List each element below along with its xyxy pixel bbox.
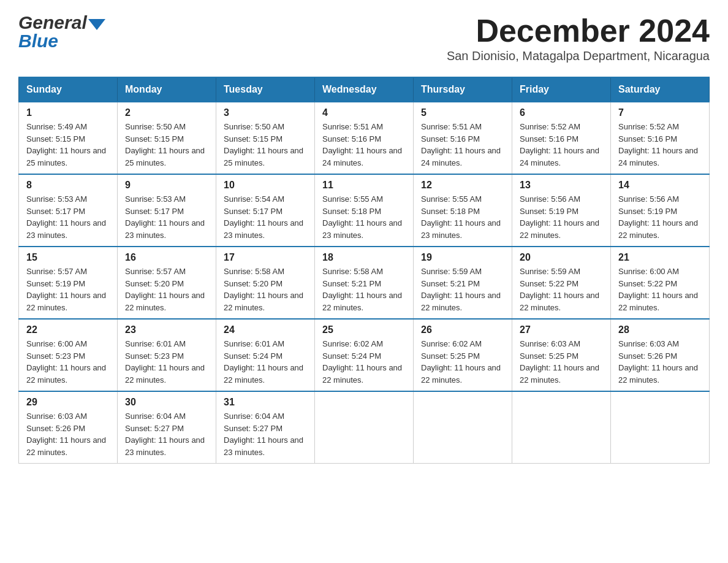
- day-number: 1: [26, 107, 110, 118]
- day-info: Sunrise: 5:53 AM Sunset: 5:17 PM Dayligh…: [125, 193, 208, 241]
- day-info: Sunrise: 5:54 AM Sunset: 5:17 PM Dayligh…: [224, 193, 307, 241]
- day-number: 5: [421, 107, 504, 118]
- day-info: Sunrise: 5:57 AM Sunset: 5:20 PM Dayligh…: [125, 266, 208, 313]
- table-row: 26 Sunrise: 6:02 AM Sunset: 5:25 PM Dayl…: [414, 319, 512, 391]
- day-number: 7: [618, 107, 702, 118]
- day-info: Sunrise: 5:56 AM Sunset: 5:19 PM Dayligh…: [520, 193, 603, 241]
- day-info: Sunrise: 6:01 AM Sunset: 5:23 PM Dayligh…: [125, 338, 208, 386]
- table-row: [512, 391, 611, 464]
- table-row: 11 Sunrise: 5:55 AM Sunset: 5:18 PM Dayl…: [315, 174, 414, 247]
- day-info: Sunrise: 5:50 AM Sunset: 5:15 PM Dayligh…: [125, 121, 208, 169]
- day-info: Sunrise: 5:57 AM Sunset: 5:19 PM Dayligh…: [26, 266, 110, 313]
- day-info: Sunrise: 5:50 AM Sunset: 5:15 PM Dayligh…: [224, 121, 307, 169]
- table-row: 12 Sunrise: 5:55 AM Sunset: 5:18 PM Dayl…: [414, 174, 512, 247]
- day-number: 21: [618, 252, 702, 263]
- day-info: Sunrise: 5:51 AM Sunset: 5:16 PM Dayligh…: [421, 121, 504, 169]
- col-thursday: Thursday: [414, 77, 512, 102]
- month-title: December 2024: [447, 12, 710, 49]
- table-row: 17 Sunrise: 5:58 AM Sunset: 5:20 PM Dayl…: [216, 247, 315, 319]
- day-number: 25: [322, 324, 406, 335]
- day-number: 27: [520, 324, 603, 335]
- day-number: 28: [618, 324, 702, 335]
- col-sunday: Sunday: [19, 77, 118, 102]
- table-row: 28 Sunrise: 6:03 AM Sunset: 5:26 PM Dayl…: [611, 319, 710, 391]
- table-row: 25 Sunrise: 6:02 AM Sunset: 5:24 PM Dayl…: [315, 319, 414, 391]
- table-row: 27 Sunrise: 6:03 AM Sunset: 5:25 PM Dayl…: [512, 319, 611, 391]
- table-row: 3 Sunrise: 5:50 AM Sunset: 5:15 PM Dayli…: [216, 102, 315, 174]
- table-row: 1 Sunrise: 5:49 AM Sunset: 5:15 PM Dayli…: [19, 102, 118, 174]
- day-number: 2: [125, 107, 208, 118]
- table-row: 6 Sunrise: 5:52 AM Sunset: 5:16 PM Dayli…: [512, 102, 611, 174]
- calendar-week-row: 1 Sunrise: 5:49 AM Sunset: 5:15 PM Dayli…: [19, 102, 710, 174]
- table-row: 20 Sunrise: 5:59 AM Sunset: 5:22 PM Dayl…: [512, 247, 611, 319]
- logo-general-text: General: [18, 12, 87, 33]
- day-number: 9: [125, 180, 208, 191]
- calendar-week-row: 15 Sunrise: 5:57 AM Sunset: 5:19 PM Dayl…: [19, 247, 710, 319]
- logo: General Blue: [18, 12, 105, 52]
- day-number: 29: [26, 397, 110, 408]
- day-number: 23: [125, 324, 208, 335]
- page-header: General Blue December 2024 San Dionisio,…: [18, 12, 710, 72]
- table-row: 15 Sunrise: 5:57 AM Sunset: 5:19 PM Dayl…: [19, 247, 118, 319]
- calendar-table: Sunday Monday Tuesday Wednesday Thursday…: [18, 77, 710, 464]
- day-number: 19: [421, 252, 504, 263]
- day-number: 13: [520, 180, 603, 191]
- table-row: 30 Sunrise: 6:04 AM Sunset: 5:27 PM Dayl…: [118, 391, 216, 464]
- day-info: Sunrise: 5:58 AM Sunset: 5:20 PM Dayligh…: [224, 266, 307, 313]
- day-info: Sunrise: 5:58 AM Sunset: 5:21 PM Dayligh…: [322, 266, 406, 313]
- day-info: Sunrise: 5:55 AM Sunset: 5:18 PM Dayligh…: [322, 193, 406, 241]
- day-info: Sunrise: 6:03 AM Sunset: 5:26 PM Dayligh…: [618, 338, 702, 386]
- day-info: Sunrise: 5:49 AM Sunset: 5:15 PM Dayligh…: [26, 121, 110, 169]
- table-row: 4 Sunrise: 5:51 AM Sunset: 5:16 PM Dayli…: [315, 102, 414, 174]
- logo-blue-text: Blue: [18, 31, 105, 52]
- day-number: 4: [322, 107, 406, 118]
- col-wednesday: Wednesday: [315, 77, 414, 102]
- table-row: 13 Sunrise: 5:56 AM Sunset: 5:19 PM Dayl…: [512, 174, 611, 247]
- calendar-week-row: 29 Sunrise: 6:03 AM Sunset: 5:26 PM Dayl…: [19, 391, 710, 464]
- location-subtitle: San Dionisio, Matagalpa Department, Nica…: [447, 49, 710, 63]
- day-info: Sunrise: 6:00 AM Sunset: 5:23 PM Dayligh…: [26, 338, 110, 386]
- calendar-week-row: 22 Sunrise: 6:00 AM Sunset: 5:23 PM Dayl…: [19, 319, 710, 391]
- day-info: Sunrise: 5:59 AM Sunset: 5:22 PM Dayligh…: [520, 266, 603, 313]
- logo-arrow-icon: [88, 19, 105, 30]
- table-row: 18 Sunrise: 5:58 AM Sunset: 5:21 PM Dayl…: [315, 247, 414, 319]
- table-row: 14 Sunrise: 5:56 AM Sunset: 5:19 PM Dayl…: [611, 174, 710, 247]
- day-number: 18: [322, 252, 406, 263]
- col-saturday: Saturday: [611, 77, 710, 102]
- day-info: Sunrise: 6:00 AM Sunset: 5:22 PM Dayligh…: [618, 266, 702, 313]
- day-number: 15: [26, 252, 110, 263]
- day-info: Sunrise: 6:03 AM Sunset: 5:26 PM Dayligh…: [26, 410, 110, 458]
- table-row: 23 Sunrise: 6:01 AM Sunset: 5:23 PM Dayl…: [118, 319, 216, 391]
- day-number: 6: [520, 107, 603, 118]
- table-row: [611, 391, 710, 464]
- day-number: 22: [26, 324, 110, 335]
- table-row: 29 Sunrise: 6:03 AM Sunset: 5:26 PM Dayl…: [19, 391, 118, 464]
- table-row: 19 Sunrise: 5:59 AM Sunset: 5:21 PM Dayl…: [414, 247, 512, 319]
- day-info: Sunrise: 5:52 AM Sunset: 5:16 PM Dayligh…: [618, 121, 702, 169]
- table-row: 2 Sunrise: 5:50 AM Sunset: 5:15 PM Dayli…: [118, 102, 216, 174]
- table-row: 8 Sunrise: 5:53 AM Sunset: 5:17 PM Dayli…: [19, 174, 118, 247]
- table-row: 31 Sunrise: 6:04 AM Sunset: 5:27 PM Dayl…: [216, 391, 315, 464]
- col-tuesday: Tuesday: [216, 77, 315, 102]
- day-info: Sunrise: 5:55 AM Sunset: 5:18 PM Dayligh…: [421, 193, 504, 241]
- table-row: 5 Sunrise: 5:51 AM Sunset: 5:16 PM Dayli…: [414, 102, 512, 174]
- day-number: 17: [224, 252, 307, 263]
- table-row: 24 Sunrise: 6:01 AM Sunset: 5:24 PM Dayl…: [216, 319, 315, 391]
- day-number: 16: [125, 252, 208, 263]
- day-info: Sunrise: 5:53 AM Sunset: 5:17 PM Dayligh…: [26, 193, 110, 241]
- table-row: [414, 391, 512, 464]
- table-row: 22 Sunrise: 6:00 AM Sunset: 5:23 PM Dayl…: [19, 319, 118, 391]
- day-number: 11: [322, 180, 406, 191]
- day-number: 26: [421, 324, 504, 335]
- day-number: 20: [520, 252, 603, 263]
- day-info: Sunrise: 5:56 AM Sunset: 5:19 PM Dayligh…: [618, 193, 702, 241]
- day-number: 10: [224, 180, 307, 191]
- table-row: 9 Sunrise: 5:53 AM Sunset: 5:17 PM Dayli…: [118, 174, 216, 247]
- day-info: Sunrise: 6:02 AM Sunset: 5:24 PM Dayligh…: [322, 338, 406, 386]
- calendar-week-row: 8 Sunrise: 5:53 AM Sunset: 5:17 PM Dayli…: [19, 174, 710, 247]
- day-info: Sunrise: 5:52 AM Sunset: 5:16 PM Dayligh…: [520, 121, 603, 169]
- table-row: 21 Sunrise: 6:00 AM Sunset: 5:22 PM Dayl…: [611, 247, 710, 319]
- day-info: Sunrise: 6:03 AM Sunset: 5:25 PM Dayligh…: [520, 338, 603, 386]
- day-info: Sunrise: 6:02 AM Sunset: 5:25 PM Dayligh…: [421, 338, 504, 386]
- calendar-header-row: Sunday Monday Tuesday Wednesday Thursday…: [19, 77, 710, 102]
